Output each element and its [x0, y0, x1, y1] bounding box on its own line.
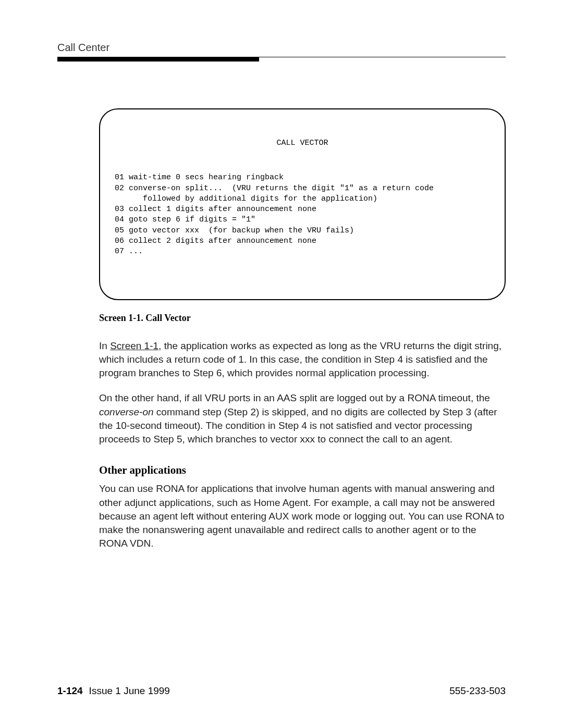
page: Call Center CALL VECTOR 01 wait-time 0 s… — [0, 0, 563, 728]
subheading-other-applications: Other applications — [99, 464, 506, 477]
call-vector-screen-box: CALL VECTOR 01 wait-time 0 secs hearing … — [99, 108, 506, 300]
footer-left: 1-124 Issue 1 June 1999 — [57, 685, 170, 697]
header-rule-thick — [57, 57, 259, 61]
footer-issue: Issue 1 June 1999 — [89, 685, 170, 697]
para1-prefix: In — [99, 340, 110, 351]
footer-docnum: 555-233-503 — [449, 685, 506, 697]
para1-rest: , the application works as expected as l… — [99, 340, 501, 378]
header-title: Call Center — [57, 42, 506, 54]
para2-part2: command step (Step 2) is skipped, and no… — [99, 406, 497, 445]
screen-caption: Screen 1-1. Call Vector — [99, 313, 506, 324]
screen-box-lines: 01 wait-time 0 secs hearing ringback 02 … — [115, 172, 490, 257]
paragraph-1: In Screen 1-1, the application works as … — [99, 339, 506, 380]
paragraph-3: You can use RONA for applications that i… — [99, 482, 506, 550]
footer-page-number: 1-124 — [57, 685, 83, 697]
screen-box-title: CALL VECTOR — [115, 138, 490, 149]
content-area: CALL VECTOR 01 wait-time 0 secs hearing … — [99, 108, 506, 550]
paragraph-2: On the other hand, if all VRU ports in a… — [99, 391, 506, 446]
screen-reference-link: Screen 1-1 — [110, 340, 158, 351]
para2-part1: On the other hand, if all VRU ports in a… — [99, 392, 490, 403]
page-footer: 1-124 Issue 1 June 1999 555-233-503 — [57, 685, 506, 697]
page-header: Call Center — [57, 42, 506, 61]
para2-italic: converse-on — [99, 406, 154, 417]
